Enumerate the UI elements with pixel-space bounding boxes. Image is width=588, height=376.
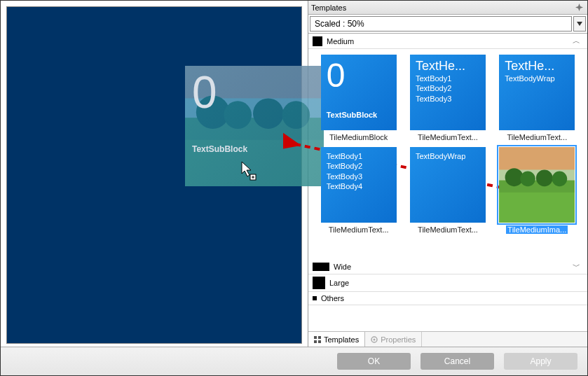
design-canvas[interactable]: 0 TextSubBlock bbox=[6, 6, 302, 344]
tile-header: TextHe... bbox=[416, 59, 480, 74]
others-size-icon bbox=[313, 296, 317, 300]
medium-size-icon bbox=[313, 36, 322, 46]
tile-cell: TextHe... TextBody1 TextBody2 TextBody3 … bbox=[406, 55, 489, 141]
svg-rect-19 bbox=[499, 193, 575, 223]
tile-medium-text[interactable]: TextBodyWrap bbox=[410, 147, 486, 223]
gear-icon bbox=[371, 336, 378, 343]
app-window: 0 TextSubBlock bbox=[0, 0, 588, 376]
tile-label: TileMediumText... bbox=[418, 133, 478, 141]
large-size-icon bbox=[313, 277, 325, 289]
tile-medium-text[interactable]: TextHe... TextBodyWrap bbox=[499, 55, 575, 130]
ghost-big-number: 0 bbox=[192, 73, 317, 113]
svg-rect-22 bbox=[314, 340, 317, 343]
group-label-large: Large bbox=[329, 279, 349, 287]
wide-size-icon bbox=[313, 263, 329, 271]
tile-line: TextBody1 bbox=[416, 74, 480, 83]
tile-sub-text: TextSubBlock bbox=[327, 111, 391, 119]
tab-label: Templates bbox=[324, 335, 359, 344]
tile-label: TileMediumIma... bbox=[506, 225, 568, 234]
chevron-down-icon[interactable]: ﹀ bbox=[570, 261, 583, 272]
chevron-down-icon bbox=[577, 22, 582, 26]
svg-rect-20 bbox=[314, 336, 317, 339]
tile-label: TileMediumText... bbox=[418, 225, 478, 234]
ghost-sub-text: TextSubBlock bbox=[192, 144, 317, 154]
svg-rect-21 bbox=[318, 336, 321, 339]
grid-icon bbox=[314, 336, 321, 343]
tile-medium-image[interactable] bbox=[499, 147, 575, 223]
pin-icon[interactable] bbox=[573, 2, 584, 13]
tile-medium-text[interactable]: TextHe... TextBody1 TextBody2 TextBody3 bbox=[410, 55, 486, 130]
ok-button[interactable]: OK bbox=[337, 353, 411, 370]
tile-header: TextHe... bbox=[505, 59, 569, 74]
tabs-row: Templates Properties bbox=[308, 331, 587, 347]
group-label-others: Others bbox=[321, 294, 344, 302]
tile-cell: TextBody1 TextBody2 TextBody3 TextBody4 … bbox=[317, 147, 400, 234]
svg-rect-23 bbox=[318, 340, 321, 343]
tile-cell: TextBodyWrap TileMediumText... bbox=[406, 147, 489, 234]
tile-line: TextBody3 bbox=[416, 94, 480, 104]
tab-label: Properties bbox=[381, 335, 416, 344]
cancel-button[interactable]: Cancel bbox=[421, 353, 494, 370]
drag-ghost-tile: 0 TextSubBlock bbox=[185, 66, 324, 186]
tile-line: TextBody1 bbox=[327, 151, 391, 161]
svg-point-16 bbox=[521, 172, 536, 187]
tile-cell: TextHe... TextBodyWrap TileMediumText... bbox=[495, 55, 579, 141]
scale-dropdown-button[interactable] bbox=[573, 16, 586, 32]
svg-point-18 bbox=[552, 172, 568, 187]
chevron-up-icon[interactable]: ︿ bbox=[570, 36, 583, 46]
tile-medium-block[interactable]: 0 TextSubBlock bbox=[321, 55, 397, 130]
group-header-others[interactable]: Others bbox=[308, 292, 587, 305]
tab-properties[interactable]: Properties bbox=[365, 332, 422, 347]
tile-big-number: 0 bbox=[327, 59, 391, 92]
scale-row: Scaled : 50% bbox=[308, 15, 587, 34]
tile-line: TextBody2 bbox=[416, 83, 480, 93]
right-panel: Templates Scaled : 50% Medium ︿ bbox=[308, 1, 587, 347]
panel-title: Templates bbox=[311, 4, 346, 12]
tile-cell: 0 TextSubBlock TileMediumBlock bbox=[317, 55, 400, 141]
tile-line: TextBody4 bbox=[327, 181, 391, 191]
tile-label: TileMediumBlock bbox=[329, 133, 388, 141]
tile-medium-text[interactable]: TextBody1 TextBody2 TextBody3 TextBody4 bbox=[321, 147, 397, 223]
svg-point-17 bbox=[536, 169, 553, 186]
tile-line: TextBody2 bbox=[327, 161, 391, 171]
group-header-large[interactable]: Large bbox=[308, 274, 587, 292]
apply-button: Apply bbox=[504, 353, 577, 370]
group-header-medium[interactable]: Medium ︿ bbox=[308, 34, 587, 49]
tile-cell: TileMediumIma... bbox=[495, 147, 579, 234]
tab-templates[interactable]: Templates bbox=[308, 331, 365, 347]
tile-line: TextBody3 bbox=[327, 172, 391, 181]
group-label-medium: Medium bbox=[327, 37, 354, 46]
landscape-image bbox=[499, 147, 575, 223]
svg-point-25 bbox=[374, 338, 376, 340]
panel-header: Templates bbox=[308, 1, 587, 15]
tiles-scroll[interactable]: Medium ︿ 0 TextSubBlock TileMediumBlock bbox=[308, 34, 587, 331]
scale-display[interactable]: Scaled : 50% bbox=[310, 16, 572, 32]
tile-grid-medium: 0 TextSubBlock TileMediumBlock TextHe...… bbox=[308, 49, 587, 242]
canvas-wrap: 0 TextSubBlock bbox=[1, 1, 308, 347]
main-row: 0 TextSubBlock bbox=[1, 1, 587, 347]
tile-line: TextBodyWrap bbox=[416, 151, 480, 161]
tile-label: TileMediumText... bbox=[507, 133, 567, 141]
bottom-bar: OK Cancel Apply bbox=[1, 347, 587, 375]
group-label-wide: Wide bbox=[334, 263, 351, 271]
group-header-wide[interactable]: Wide ﹀ bbox=[308, 259, 587, 274]
tile-line: TextBodyWrap bbox=[505, 74, 569, 83]
tile-label: TileMediumText... bbox=[329, 225, 389, 234]
